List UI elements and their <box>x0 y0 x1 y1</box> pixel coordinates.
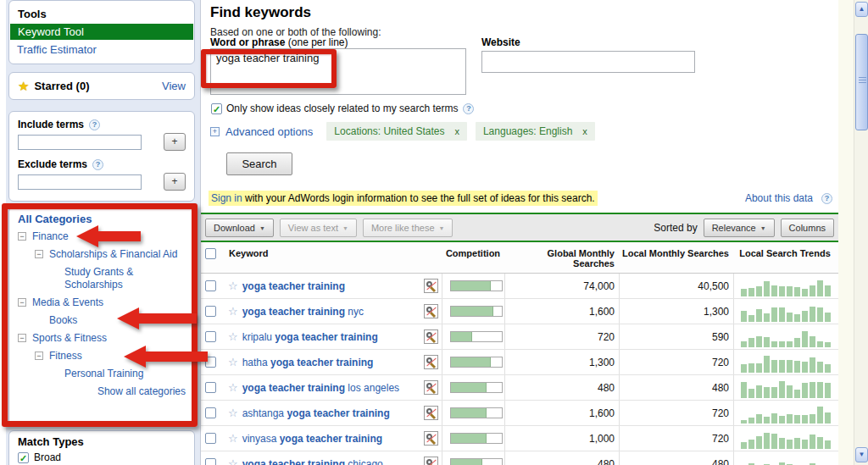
collapse-icon[interactable]: − <box>18 334 26 342</box>
keyword-link[interactable]: yoga teacher training nyc <box>242 306 364 318</box>
match-type-option: ✓Broad <box>18 451 186 463</box>
word-or-phrase-textarea[interactable]: yoga teacher training <box>210 48 466 95</box>
category-link[interactable]: Books <box>49 314 77 327</box>
select-all-checkbox[interactable] <box>205 248 216 259</box>
sidebar-item-traffic-estimator[interactable]: Traffic Estimator <box>9 40 194 58</box>
row-checkbox[interactable] <box>205 331 216 342</box>
keyword-link[interactable]: kripalu yoga teacher training <box>242 331 378 343</box>
keyword-link[interactable]: vinyasa yoga teacher training <box>242 433 382 445</box>
collapse-icon[interactable]: − <box>35 250 43 258</box>
match-type-label: Broad <box>34 451 61 463</box>
search-preview-icon[interactable] <box>424 329 438 344</box>
competition-bar <box>450 407 503 418</box>
row-check-cell <box>201 426 225 451</box>
search-preview-icon[interactable] <box>424 304 438 318</box>
category-link[interactable]: Personal Training <box>64 368 143 380</box>
search-preview-icon[interactable] <box>424 279 438 293</box>
collapse-icon[interactable]: − <box>35 352 43 360</box>
category-link[interactable]: Fitness <box>49 350 82 363</box>
show-all-categories-link[interactable]: Show all categories <box>18 385 186 397</box>
tools-panel: Tools Keyword Tool Traffic Estimator <box>8 0 195 64</box>
competition-bar <box>450 382 503 393</box>
website-input[interactable] <box>481 51 695 73</box>
expand-icon[interactable]: + <box>210 127 220 136</box>
star-keyword-icon[interactable]: ☆ <box>228 330 238 343</box>
category-link[interactable]: Media & Events <box>32 296 103 309</box>
help-icon[interactable]: ? <box>821 193 832 204</box>
global-searches-value: 1,000 <box>504 426 619 451</box>
sidebar-item-keyword-tool[interactable]: Keyword Tool <box>10 24 193 40</box>
all-categories-title[interactable]: All Categories <box>18 213 186 225</box>
add-exclude-term-button[interactable]: + <box>164 173 186 191</box>
row-checkbox[interactable] <box>205 433 216 444</box>
related-checkbox[interactable]: ✓ <box>211 103 222 114</box>
starred-view-link[interactable]: View <box>162 80 186 92</box>
category-link[interactable]: Scholarships & Financial Aid <box>49 248 177 261</box>
help-icon[interactable]: ? <box>92 159 103 170</box>
search-preview-icon[interactable] <box>424 355 438 369</box>
include-terms-input[interactable] <box>18 135 142 150</box>
magnifier-handle <box>430 388 436 394</box>
exclude-terms-input[interactable] <box>18 174 142 190</box>
global-searches-value: 480 <box>504 451 619 465</box>
remove-chip-icon[interactable]: x <box>454 126 459 136</box>
table-row: ☆hatha yoga teacher training1,300720 <box>201 350 838 375</box>
add-include-term-button[interactable]: + <box>164 133 186 151</box>
search-preview-icon[interactable] <box>424 380 438 395</box>
category-link[interactable]: Sports & Fitness <box>32 332 107 345</box>
star-keyword-icon[interactable]: ☆ <box>228 356 238 368</box>
scrollbar-thumb[interactable] <box>855 34 868 130</box>
keyword-link[interactable]: yoga teacher training <box>242 280 345 292</box>
keyword-link[interactable]: hatha yoga teacher training <box>242 357 374 368</box>
chip-label: Languages: English <box>483 125 572 137</box>
star-keyword-icon[interactable]: ☆ <box>228 457 238 465</box>
keyword-link[interactable]: ashtanga yoga teacher training <box>242 407 390 419</box>
remove-chip-icon[interactable]: x <box>582 126 587 136</box>
star-keyword-icon[interactable]: ☆ <box>228 305 238 318</box>
match-type-checkbox[interactable]: ✓ <box>18 452 29 463</box>
star-keyword-icon[interactable]: ☆ <box>228 432 238 445</box>
star-keyword-icon[interactable]: ☆ <box>228 381 238 394</box>
row-checkbox[interactable] <box>205 357 216 368</box>
local-searches-value: 480 <box>619 451 733 465</box>
trend-cell <box>733 299 837 324</box>
collapse-icon[interactable]: − <box>18 232 26 241</box>
local-searches-value: 40,500 <box>619 274 733 298</box>
help-icon[interactable]: ? <box>89 119 100 130</box>
search-preview-icon[interactable] <box>424 457 438 465</box>
search-button[interactable]: Search <box>226 152 292 175</box>
keyword-link[interactable]: yoga teacher training los angeles <box>242 382 399 394</box>
row-checkbox[interactable] <box>205 407 216 418</box>
help-icon[interactable]: ? <box>463 103 474 114</box>
website-label: Website <box>481 36 520 48</box>
vertical-scrollbar[interactable]: ▲ ▼ <box>854 0 868 465</box>
category-link[interactable]: Study Grants & Scholarships <box>64 266 186 291</box>
competition-fill <box>451 383 487 392</box>
signin-link[interactable]: Sign in <box>211 192 242 204</box>
search-preview-icon[interactable] <box>424 431 438 446</box>
row-checkbox[interactable] <box>205 280 216 291</box>
header-keyword: Keyword <box>225 242 442 273</box>
about-this-data-link[interactable]: About this data <box>745 192 813 204</box>
download-button[interactable]: Download▼ <box>205 219 274 237</box>
scroll-down-icon[interactable]: ▼ <box>855 447 868 462</box>
advanced-options-link[interactable]: Advanced options <box>225 125 313 138</box>
star-keyword-icon[interactable]: ☆ <box>228 407 238 419</box>
row-checkbox[interactable] <box>205 382 216 393</box>
collapse-icon[interactable]: − <box>18 298 26 307</box>
table-row: ☆yoga teacher training74,00040,500 <box>201 274 838 299</box>
sort-dropdown[interactable]: Relevance▼ <box>704 219 775 237</box>
row-checkbox[interactable] <box>205 458 216 465</box>
local-searches-value: 590 <box>619 324 733 349</box>
row-checkbox[interactable] <box>205 306 216 317</box>
star-keyword-icon[interactable]: ☆ <box>228 280 238 292</box>
view-as-text-button[interactable]: View as text▼ <box>280 219 357 237</box>
row-check-cell <box>201 324 225 349</box>
scroll-up-icon[interactable]: ▲ <box>855 2 868 17</box>
competition-cell <box>442 426 504 451</box>
more-like-these-button[interactable]: More like these▼ <box>363 219 453 237</box>
keyword-link[interactable]: yoga teacher training chicago <box>242 458 383 465</box>
search-preview-icon[interactable] <box>424 406 438 420</box>
columns-button[interactable]: Columns <box>781 219 834 237</box>
category-link[interactable]: Finance <box>32 230 69 243</box>
